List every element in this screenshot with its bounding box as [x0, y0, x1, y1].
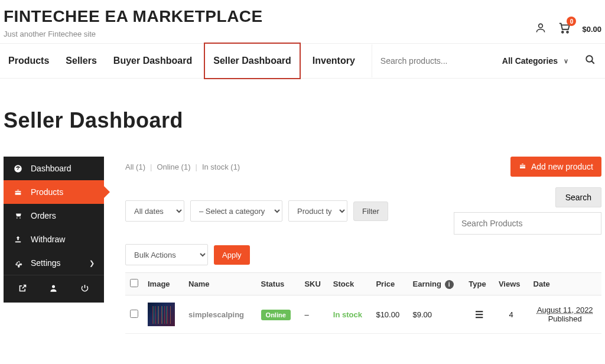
cell-date-status: Published — [534, 314, 597, 323]
category-filter[interactable]: – Select a category – — [190, 200, 282, 222]
product-thumbnail[interactable] — [148, 303, 175, 326]
col-views: Views — [494, 273, 529, 295]
product-name-link[interactable]: simplescalping — [188, 310, 244, 319]
chevron-right-icon: ❯ — [89, 259, 95, 267]
external-link-icon[interactable] — [18, 284, 27, 294]
product-search-input[interactable] — [380, 44, 487, 77]
search-products-input[interactable] — [454, 212, 601, 235]
cart-total: $0.00 — [582, 25, 601, 34]
cart-icon[interactable]: 0 — [557, 21, 571, 37]
sidebar-item-withdraw[interactable]: Withdraw — [4, 228, 104, 251]
status-filter-links: All (1) | Online (1) | In stock (1) — [125, 162, 240, 171]
upload-icon — [13, 235, 22, 243]
col-earning[interactable]: Earning i — [408, 273, 464, 295]
add-new-product-button[interactable]: Add new product — [510, 157, 601, 177]
cell-stock: In stock — [333, 310, 362, 319]
status-filter-instock[interactable]: In stock (1) — [202, 162, 240, 171]
col-stock: Stock — [328, 273, 372, 295]
chevron-down-icon: ∨ — [564, 57, 568, 65]
svg-point-5 — [52, 285, 55, 288]
apply-button[interactable]: Apply — [214, 245, 250, 265]
page-title: Seller Dashboard — [0, 79, 605, 157]
status-badge: Online — [261, 310, 291, 320]
category-label: All Categories — [502, 56, 558, 66]
sidebar-label: Products — [31, 187, 63, 197]
dates-filter[interactable]: All dates — [125, 200, 184, 222]
nav-seller-dashboard[interactable]: Seller Dashboard — [204, 43, 301, 79]
sidebar-label: Dashboard — [31, 164, 71, 173]
col-price[interactable]: Price — [371, 273, 408, 295]
simple-product-icon: ☰ — [475, 310, 483, 320]
account-icon[interactable] — [535, 22, 547, 36]
col-status: Status — [256, 273, 300, 295]
svg-point-0 — [539, 24, 543, 28]
dashboard-icon — [13, 164, 22, 173]
sidebar-item-products[interactable]: Products — [4, 180, 104, 204]
cell-views: 4 — [494, 295, 529, 334]
search-icon[interactable] — [575, 54, 605, 68]
sidebar-item-orders[interactable]: Orders — [4, 204, 104, 228]
cell-price: $10.00 — [371, 295, 408, 334]
sidebar-label: Withdraw — [31, 235, 65, 244]
seller-sidebar: Dashboard Products Orders Withdraw Setti… — [4, 157, 104, 303]
col-date[interactable]: Date — [529, 273, 601, 295]
bulk-actions-select[interactable]: Bulk Actions — [125, 244, 208, 265]
row-checkbox[interactable] — [130, 310, 138, 318]
col-name[interactable]: Name — [184, 273, 256, 295]
svg-line-4 — [591, 61, 594, 64]
profile-icon[interactable] — [49, 284, 58, 294]
cell-date: August 11, 2022 — [534, 306, 597, 314]
site-title: FINTECHEE EA MARKETPLACE — [4, 7, 263, 26]
sidebar-item-settings[interactable]: Settings ❯ — [4, 251, 104, 275]
info-icon: i — [445, 280, 454, 289]
product-type-filter[interactable]: Product type — [288, 200, 347, 222]
col-type: Type — [464, 273, 494, 295]
site-tagline: Just another Fintechee site — [4, 30, 263, 38]
sidebar-label: Orders — [31, 211, 56, 220]
products-table: Image Name Status SKU Stock Price Earnin… — [125, 272, 601, 334]
sidebar-label: Settings — [31, 258, 61, 268]
nav-buyer-dashboard[interactable]: Buyer Dashboard — [105, 44, 200, 78]
filter-button[interactable]: Filter — [353, 202, 388, 221]
cart-count-badge: 0 — [567, 17, 576, 26]
nav-inventory[interactable]: Inventory — [304, 44, 363, 78]
table-row: simplescalping Online – In stock $10.00 … — [125, 295, 601, 334]
sidebar-item-dashboard[interactable]: Dashboard — [4, 157, 104, 180]
nav-sellers[interactable]: Sellers — [57, 44, 105, 78]
cell-sku: – — [300, 295, 328, 334]
nav-products[interactable]: Products — [0, 44, 57, 78]
status-filter-online[interactable]: Online (1) — [157, 162, 190, 171]
power-icon[interactable] — [80, 284, 89, 294]
col-sku: SKU — [300, 273, 328, 295]
svg-point-2 — [567, 31, 569, 33]
briefcase-icon — [519, 162, 526, 171]
briefcase-icon — [13, 188, 22, 196]
gear-icon — [13, 259, 22, 268]
select-all-checkbox[interactable] — [130, 279, 138, 287]
col-image: Image — [143, 273, 184, 295]
svg-point-1 — [562, 31, 564, 33]
status-filter-all[interactable]: All (1) — [125, 162, 145, 171]
cart-icon — [13, 212, 22, 220]
cell-earning: $9.00 — [408, 295, 464, 334]
search-button[interactable]: Search — [555, 187, 601, 207]
category-select[interactable]: All Categories ∨ — [495, 44, 575, 77]
svg-point-3 — [586, 56, 593, 62]
